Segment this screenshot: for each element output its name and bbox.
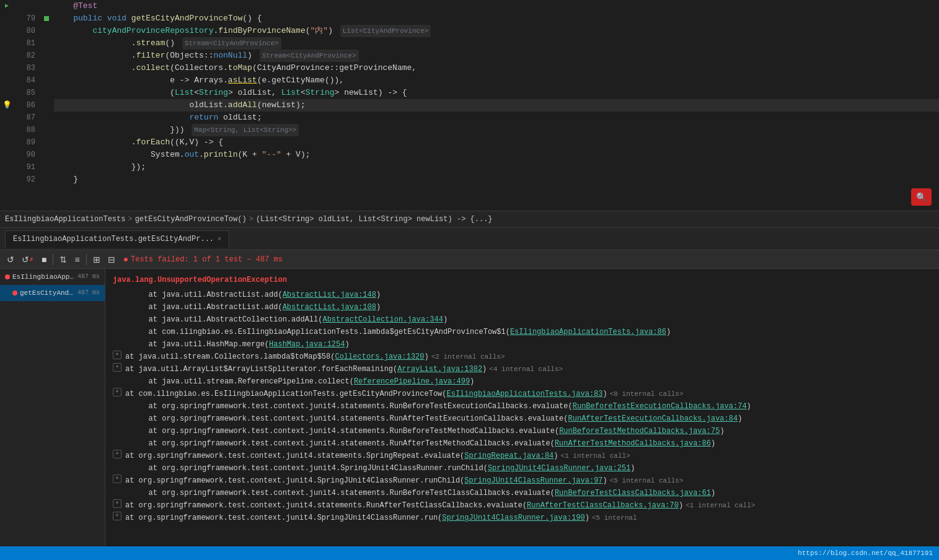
app-container: ▶ 💡 79 80 81 [0,0,939,560]
search-button-container: 🔍 [911,188,932,206]
tree-item-suite-label: EsIlingbiaoApplic [12,271,75,283]
test-tab-bar: EsIlingbiaoApplicationTests.getEsCityAnd… [0,228,939,250]
stack-link-17[interactable]: RunAfterTestClassCallbacks.java:70 [527,499,679,512]
expand-btn-8[interactable]: + [113,388,121,396]
stack-link-10[interactable]: RunAfterTestExecutionCallbacks.java:84 [568,413,738,425]
stack-link-8[interactable]: EsIlingbiaoApplicationTests.java:83 [446,388,602,400]
breadcrumb: EsIlingbiaoApplicationTests > getEsCityA… [0,211,939,228]
stack-line-3: at com.ilingbiao.es.EsIlingbiaoApplicati… [113,326,932,338]
test-tab-main[interactable]: EsIlingbiaoApplicationTests.getEsCityAnd… [5,230,229,248]
expand-all-button[interactable]: ⊞ [90,253,104,266]
fail-indicator [5,274,10,279]
stack-link-12[interactable]: RunAfterTestMethodCallbacks.java:86 [555,437,711,450]
stop-button[interactable]: ■ [38,253,50,266]
filter-button[interactable]: ≡ [71,253,82,266]
line-numbers: 79 80 81 82 83 84 85 86 87 88 89 90 91 9… [14,0,42,211]
stack-link-16[interactable]: RunBeforeTestClassCallbacks.java:61 [555,487,711,499]
stack-link-14[interactable]: SpringJUnit4ClassRunner.java:251 [488,462,630,475]
fail-icon: ● [123,255,128,265]
tree-item-test[interactable]: getEsCityAndPr 487 ms [0,285,105,301]
stack-link-0[interactable]: AbstractList.java:148 [283,289,376,301]
stack-line-7: at java.util.stream.ReferencePipeline.co… [113,375,932,388]
exception-title: java.lang.UnsupportedOperationException [113,274,932,286]
test-toolbar: ↺ ↺✗ ■ ⇅ ≡ ⊞ ⊟ ● Tests failed: 1 of 1 te… [0,250,939,269]
stack-line-15: + at org.springframework.test.context.ju… [113,475,932,487]
expand-btn-6[interactable]: + [113,363,121,372]
stack-line-0: at java.util.AbstractList.add(AbstractLi… [113,289,932,301]
stack-line-16: at org.springframework.test.context.juni… [113,487,932,499]
stack-line-6: + at java.util.ArrayList$ArrayListSplite… [113,363,932,375]
stack-link-9[interactable]: RunBeforeTestExecutionCallbacks.java:74 [573,400,747,413]
expand-btn-13[interactable]: + [113,450,121,458]
stack-link-4[interactable]: HashMap.java:1254 [269,338,345,351]
test-result-badge: ● Tests failed: 1 of 1 test – 487 ms [123,255,283,265]
stack-line-14: at org.springframework.test.context.juni… [113,462,932,475]
editor-area: ▶ 💡 79 80 81 [0,0,939,211]
breakpoint-gutter[interactable] [42,0,51,211]
expand-btn-5[interactable]: + [113,351,121,359]
breadcrumb-sep-2: > [249,215,253,224]
test-result-text: Tests failed: 1 of 1 test – 487 ms [131,255,283,264]
run-indicator[interactable]: ▶ [0,0,14,12]
tab-close-icon[interactable]: × [218,236,221,243]
breadcrumb-item-1[interactable]: EsIlingbiaoApplicationTests [5,215,125,224]
sort-button[interactable]: ⇅ [56,253,70,266]
stack-line-18: + at org.springframework.test.context.ju… [113,512,932,524]
stack-trace-panel: java.lang.UnsupportedOperationException … [105,269,939,546]
expand-btn-18[interactable]: + [113,512,121,520]
stack-link-15[interactable]: SpringJUnit4ClassRunner.java:97 [464,475,602,487]
status-bar: https://blog.csdn.net/qq_41877191 [0,546,939,560]
status-url[interactable]: https://blog.csdn.net/qq_41877191 [798,549,933,557]
stack-line-9: at org.springframework.test.context.juni… [113,400,932,413]
stack-line-4: at java.util.HashMap.merge(HashMap.java:… [113,338,932,351]
stack-link-3[interactable]: EsIlingbiaoApplicationTests.java:86 [510,326,666,338]
expand-btn-17[interactable]: + [113,499,121,508]
stack-line-10: at org.springframework.test.context.juni… [113,413,932,425]
stack-link-13[interactable]: SpringRepeat.java:84 [464,450,553,462]
fail-indicator-2 [12,291,17,295]
tree-item-suite-time: 487 ms [77,271,100,283]
stack-line-17: + at org.springframework.test.context.ju… [113,499,932,512]
warning-indicator: 💡 [0,99,14,112]
stack-link-1[interactable]: AbstractList.java:108 [283,301,376,313]
collapse-all-button[interactable]: ⊟ [105,253,118,266]
stack-link-2[interactable]: AbstractCollection.java:344 [322,313,443,326]
stack-line-8: + at com.ilingbiao.es.EsIlingbiaoApplica… [113,388,932,400]
rerun-button[interactable]: ↺ [4,253,17,266]
rerun-failed-button[interactable]: ↺✗ [19,253,37,266]
tree-item-test-label: getEsCityAndPr [20,287,75,299]
stack-line-12: at org.springframework.test.context.juni… [113,437,932,450]
breadcrumb-item-2[interactable]: getEsCityAndProvinceTow() [135,215,247,224]
tree-item-suite[interactable]: EsIlingbiaoApplic 487 ms [0,269,105,285]
stack-line-1: at java.util.AbstractList.add(AbstractLi… [113,301,932,313]
stack-line-5: + at java.util.stream.Collectors.lambda$… [113,351,932,363]
stack-link-11[interactable]: RunBeforeTestMethodCallbacks.java:75 [559,425,720,437]
stack-link-7[interactable]: ReferencePipeline.java:499 [354,375,470,388]
test-runner: EsIlingbiaoApplicationTests.getEsCityAnd… [0,228,939,546]
breadcrumb-sep-1: > [128,215,132,224]
test-tab-label: EsIlingbiaoApplicationTests.getEsCityAnd… [13,235,214,243]
test-tree-panel: EsIlingbiaoApplic 487 ms getEsCityAndPr … [0,269,105,546]
stack-line-11: at org.springframework.test.context.juni… [113,425,932,437]
stack-link-6[interactable]: ArrayList.java:1382 [397,363,482,375]
toolbar-separator-1 [53,254,53,265]
stack-line-13: + at org.springframework.test.context.ju… [113,450,932,462]
stack-link-18[interactable]: SpringJUnit4ClassRunner.java:190 [442,512,584,524]
expand-btn-15[interactable]: + [113,475,121,483]
toolbar-separator-2 [86,254,87,265]
code-content: @Test public void getEsCityAndProvinceTo… [51,0,939,211]
search-button[interactable]: 🔍 [911,188,932,206]
stack-line-2: at java.util.AbstractCollection.addAll(A… [113,313,932,326]
stack-link-5[interactable]: Collectors.java:1320 [335,351,424,363]
tree-item-test-time: 487 ms [77,287,100,299]
main-split: EsIlingbiaoApplic 487 ms getEsCityAndPr … [0,269,939,546]
breadcrumb-item-3[interactable]: (List<String> oldList, List<String> newL… [256,215,493,224]
